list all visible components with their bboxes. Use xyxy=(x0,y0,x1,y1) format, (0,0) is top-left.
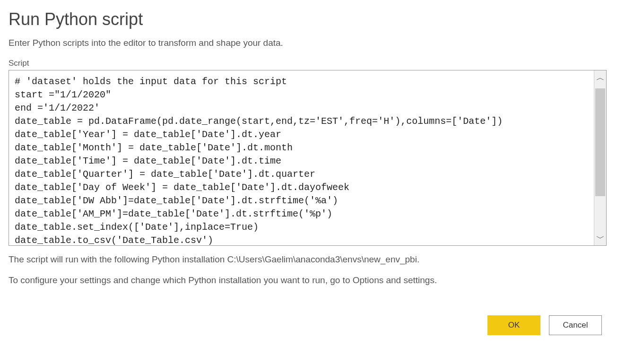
dialog-button-row: OK Cancel xyxy=(9,315,608,335)
scroll-thumb[interactable] xyxy=(595,88,605,196)
scroll-down-icon[interactable]: ﹀ xyxy=(596,231,605,245)
script-label: Script xyxy=(9,59,608,68)
page-title: Run Python script xyxy=(9,9,608,29)
scroll-up-icon[interactable]: ︿ xyxy=(596,70,605,85)
footer-install-path: The script will run with the following P… xyxy=(9,252,608,267)
script-editor[interactable]: # 'dataset' holds the input data for thi… xyxy=(9,70,594,245)
scrollbar[interactable]: ︿ ﹀ xyxy=(594,70,606,245)
footer-settings-hint: To configure your settings and change wh… xyxy=(9,273,608,287)
cancel-button[interactable]: Cancel xyxy=(549,315,602,335)
scroll-track[interactable] xyxy=(594,85,606,231)
page-subtitle: Enter Python scripts into the editor to … xyxy=(9,38,608,48)
ok-button[interactable]: OK xyxy=(487,315,540,335)
script-editor-container: # 'dataset' holds the input data for thi… xyxy=(9,70,607,246)
